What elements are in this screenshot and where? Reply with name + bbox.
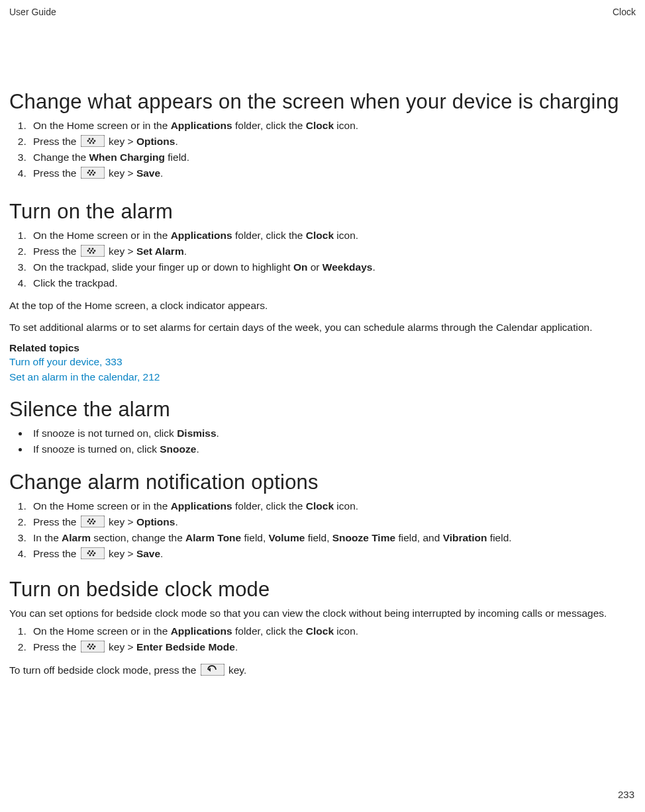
list-item: Click the trackpad. <box>29 275 636 291</box>
bullets-silence-alarm: If snooze is not turned on, click Dismis… <box>9 426 636 457</box>
list-item: On the Home screen or in the Application… <box>29 498 636 514</box>
steps-bedside-mode: On the Home screen or in the Application… <box>9 623 636 655</box>
paragraph: At the top of the Home screen, a clock i… <box>9 298 636 313</box>
link-set-alarm-calendar[interactable]: Set an alarm in the calendar, 212 <box>9 369 636 384</box>
paragraph: To set additional alarms or to set alarm… <box>9 320 636 335</box>
steps-change-alarm-options: On the Home screen or in the Application… <box>9 498 636 562</box>
list-item: Change the When Charging field. <box>29 150 636 165</box>
list-item: On the Home screen or in the Application… <box>29 228 636 244</box>
list-item: Press the key > Options. <box>29 134 636 150</box>
related-topics-heading: Related topics <box>9 342 636 354</box>
link-turn-off-device[interactable]: Turn off your device, 333 <box>9 354 636 369</box>
paragraph: You can set options for bedside clock mo… <box>9 606 636 621</box>
list-item: In the Alarm section, change the Alarm T… <box>29 530 636 546</box>
list-item: If snooze is turned on, click Snooze. <box>29 441 636 457</box>
back-key-icon <box>201 664 224 676</box>
menu-key-icon <box>81 641 105 653</box>
list-item: On the Home screen or in the Application… <box>29 118 636 134</box>
steps-change-charging: On the Home screen or in the Application… <box>9 118 636 181</box>
heading-change-charging: Change what appears on the screen when y… <box>9 90 636 114</box>
menu-key-icon <box>81 135 105 147</box>
menu-key-icon <box>81 547 105 559</box>
heading-turn-on-alarm: Turn on the alarm <box>9 200 636 224</box>
list-item: On the Home screen or in the Application… <box>29 623 636 639</box>
menu-key-icon <box>81 245 105 257</box>
list-item: Press the key > Set Alarm. <box>29 244 636 259</box>
heading-silence-alarm: Silence the alarm <box>9 398 636 422</box>
list-item: Press the key > Save. <box>29 165 636 181</box>
list-item: Press the key > Save. <box>29 546 636 562</box>
list-item: If snooze is not turned on, click Dismis… <box>29 426 636 441</box>
menu-key-icon <box>81 167 105 179</box>
page-number: 233 <box>618 789 634 800</box>
list-item: Press the key > Enter Bedside Mode. <box>29 639 636 655</box>
header-right: Clock <box>613 7 636 17</box>
steps-turn-on-alarm: On the Home screen or in the Application… <box>9 228 636 291</box>
page-header: User Guide Clock <box>9 7 636 17</box>
heading-bedside-mode: Turn on bedside clock mode <box>9 578 636 602</box>
heading-change-alarm-options: Change alarm notification options <box>9 471 636 494</box>
list-item: Press the key > Options. <box>29 514 636 530</box>
paragraph: To turn off bedside clock mode, press th… <box>9 662 636 678</box>
header-left: User Guide <box>9 7 56 17</box>
menu-key-icon <box>81 516 105 527</box>
list-item: On the trackpad, slide your finger up or… <box>29 259 636 275</box>
